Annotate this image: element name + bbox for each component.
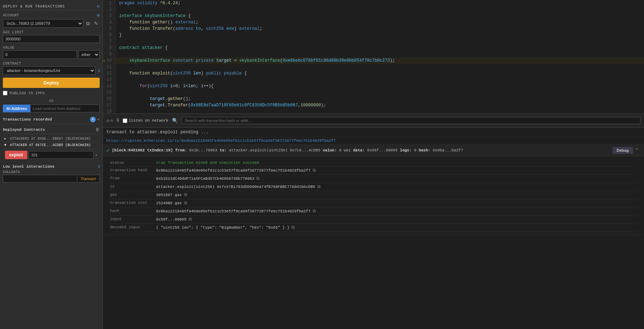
code-line-15: 15 — [103, 89, 644, 96]
deployed-contract-item-0[interactable]: ▶ ATTACKER2 AT 0X8E...5B067 (BLOCKCHAIN) — [3, 135, 100, 142]
tx-field-status: status true Transaction mined and execut… — [110, 159, 637, 167]
block-icon[interactable]: ⊘ — [110, 118, 113, 123]
line-num-17: 17 — [103, 102, 116, 108]
panel-close-icon[interactable]: ⊞ — [97, 4, 100, 9]
contract-row: attacker - browser/kongtou/Unt ℹ — [3, 66, 100, 75]
low-level-info-icon[interactable]: ℹ — [98, 164, 100, 169]
line-num-12: 12 — [103, 70, 116, 77]
search-input[interactable] — [182, 117, 640, 124]
contract-label: CONTRACT — [3, 62, 21, 66]
tx-field-key-txcost: transaction cost — [110, 201, 156, 205]
account-copy-button[interactable]: ⧉ — [85, 20, 91, 27]
deployed-contracts-trash-icon[interactable]: 🗑 — [95, 127, 100, 132]
code-line-16: 16 target.gether(); — [103, 96, 644, 102]
listen-on-network-checkbox[interactable] — [123, 118, 127, 123]
search-icon-button[interactable]: 🔍 — [172, 118, 178, 123]
line-num-4: 4 — [103, 19, 116, 26]
gas-limit-label: GAS LIMIT — [3, 30, 24, 34]
deployed-contract-item-1[interactable]: ▼ ATTACKER AT 0X7CE...ACDB5 (BLOCKCHAIN) — [3, 142, 100, 149]
tx-log: transact to attacker.exploit pending ...… — [103, 128, 644, 329]
transactions-recorded-row[interactable]: Transactions recorded 6 ▾ — [3, 115, 100, 124]
transact-button[interactable]: Transact — [77, 175, 100, 183]
code-line-6: 6 } — [103, 32, 644, 38]
from-copy-icon[interactable]: ⧉ — [256, 176, 260, 181]
deployed-contract-label-1: ATTACKER AT 0X7CE...ACDB5 (BLOCKCHAIN) — [10, 143, 91, 147]
from-value: 0xb1b13dC40ddF71a5FCaBd97Cb4D868738b7760… — [156, 177, 254, 181]
exploit-button[interactable]: exploit — [5, 151, 27, 159]
gas-limit-input-row — [3, 35, 100, 43]
low-level-interactions-title: Low level interactions — [3, 164, 54, 169]
exploit-row: exploit ▾ — [3, 149, 100, 161]
tx-field-val-decoded-input: { "uint256 len": { "type": "BigNumber", … — [156, 225, 637, 230]
hash-value: 0x0ba12218495fa4b0e05ef61c1c53e57f9ca69f… — [156, 209, 311, 213]
line-num-15: 15 — [103, 89, 116, 96]
to-copy-icon[interactable]: ⧉ — [317, 184, 321, 189]
publish-ipfs-label: PUBLISH TO IPFS — [10, 91, 45, 95]
account-select[interactable]: 0x1b...76063 (2.1856779 — [3, 19, 83, 28]
to-value: attacker.exploit(uint256) 0x7ce7B1783dDD… — [156, 185, 315, 189]
calldata-row: Transact — [3, 175, 100, 183]
deployed-contract-arrow-0: ▶ — [4, 137, 6, 141]
hash-copy-icon[interactable]: ⧉ — [313, 209, 316, 214]
code-editor[interactable]: 1 pragma solidity ^0.4.24; 2 3 interface… — [103, 0, 644, 113]
gas-copy-icon[interactable]: ⧉ — [184, 193, 187, 197]
code-line-2: 2 — [103, 6, 644, 13]
expand-button[interactable]: ⌃ — [633, 147, 640, 154]
value-label: VALUE — [3, 46, 15, 50]
panel-title: Deploy & Run Transactions — [3, 5, 65, 9]
deployed-contract-arrow-1: ▼ — [4, 143, 6, 147]
contract-select[interactable]: attacker - browser/kongtou/Unt — [3, 66, 95, 75]
exploit-chevron-icon[interactable]: ▾ — [95, 153, 98, 157]
tx-etherscan-link[interactable]: https://ropsten.etherscan.io/tx/0x0ba122… — [103, 137, 644, 145]
load-contract-input[interactable] — [30, 105, 100, 112]
code-line-14: 14 for(uint256 i=0; i<len; i++){ — [103, 83, 644, 89]
account-edit-button[interactable]: ✎ — [93, 20, 100, 27]
line-content-15 — [116, 89, 122, 96]
line-num-13: 13 — [103, 77, 116, 83]
account-plus-icon[interactable]: ⊕ — [97, 12, 100, 18]
line-content-18 — [116, 108, 122, 113]
line-num-18: 18 — [103, 108, 116, 113]
deployed-contract-label-0: ATTACKER2 AT 0X8E...5B067 (BLOCKCHAIN) — [10, 137, 91, 141]
tx-to-addr: 0x7ce...AcDB5 — [290, 148, 320, 152]
tx-field-val-status: true Transaction mined and execution suc… — [156, 161, 637, 165]
tx-to: attacker.exploit(uint256) — [229, 148, 288, 152]
calldata-label: CALLDATA — [3, 170, 100, 174]
txcost-copy-icon[interactable]: ⧉ — [184, 201, 187, 206]
tx-field-val-txhash: 0x0ba12218495fa4b0e05ef61c1c53e57f9ca69f… — [156, 168, 637, 173]
tx-header-bar: ✓ [block:9451902 txIndex:19] from: 0x1b.… — [103, 145, 644, 156]
value-label-row: VALUE — [3, 46, 100, 50]
tx-field-val-txcost: 1524808 gas ⧉ — [156, 201, 637, 206]
account-row: 0x1b...76063 (2.1856779 ⧉ ✎ — [3, 19, 100, 28]
code-line-13: 13 — [103, 77, 644, 83]
value-unit-select[interactable]: ether wei gwei finney — [78, 50, 100, 59]
value-input[interactable] — [3, 50, 77, 59]
publish-ipfs-checkbox[interactable] — [3, 91, 7, 95]
deployed-contracts-row[interactable]: Deployed Contracts 🗑 — [3, 126, 100, 134]
tx-field-val-input: 0x58f...00065 ⧉ — [156, 217, 637, 222]
calldata-input[interactable] — [3, 175, 77, 183]
deploy-button[interactable]: Deploy — [3, 78, 100, 88]
line-num-14: 14 — [103, 83, 116, 89]
input-copy-icon[interactable]: ⧉ — [189, 217, 192, 222]
at-address-button[interactable]: At Address — [3, 105, 30, 112]
txhash-copy-icon[interactable]: ⧉ — [313, 168, 316, 173]
gas-limit-input[interactable] — [3, 35, 100, 43]
contract-info-icon[interactable]: ℹ — [98, 68, 100, 73]
tx-field-decoded-input: decoded input { "uint256 len": { "type":… — [110, 224, 637, 232]
tx-field-val-hash: 0x0ba12218495fa4b0e05ef61c1c53e57f9ca69f… — [156, 209, 637, 214]
tx-field-txhash: transaction hash 0x0ba12218495fa4b0e05ef… — [110, 167, 637, 175]
debug-button[interactable]: Debug — [612, 147, 633, 154]
exploit-input[interactable] — [29, 151, 94, 159]
tx-hash-short: 0x0ba...ba2f7 — [433, 148, 463, 152]
tx-value: 0 wei — [339, 148, 351, 152]
collapse-icon[interactable]: ⇵ — [106, 118, 109, 123]
line-content-9 — [116, 51, 122, 57]
code-line-17: 17 target.Transfer(0x88E8d7aaD718F65e61c… — [103, 102, 644, 108]
tx-index: 19 — [166, 148, 171, 152]
code-line-11: 11 — [103, 64, 644, 70]
tx-bar-count: 0 — [116, 118, 119, 123]
code-line-12: 12 function exploit(uint256 len) public … — [103, 70, 644, 77]
line-content-17: target.Transfer(0x88E8d7aaD718F65e61c0fC… — [116, 102, 326, 108]
decoded-input-copy-icon[interactable]: ⧉ — [292, 225, 295, 230]
